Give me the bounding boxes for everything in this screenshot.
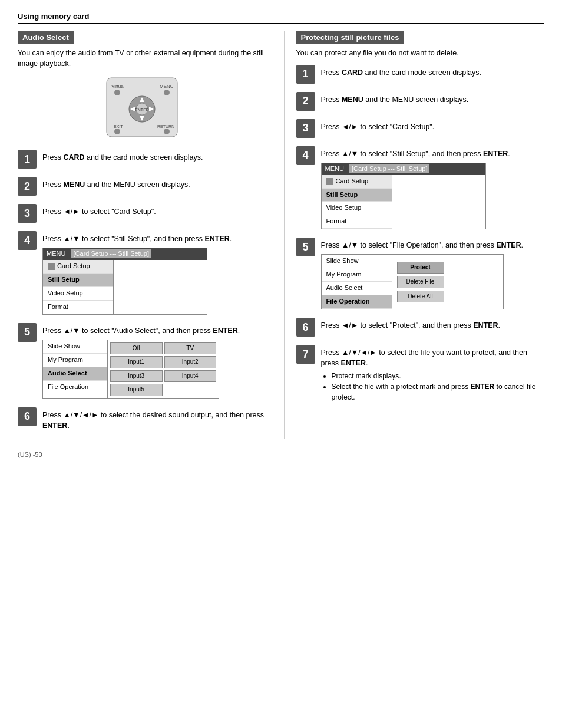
menu-item-card-setup: Card Setup: [43, 260, 113, 274]
menu-breadcrumb: [Card Setup --- Still Setup]: [71, 249, 151, 258]
delete-file-button: Delete File: [397, 276, 444, 288]
card-icon: [48, 263, 55, 270]
right-step-5: 5 Press ▲/▼ to select "File Operation", …: [296, 238, 545, 309]
bullet-protect-mark: Protect mark displays.: [332, 371, 545, 381]
left-column: Audio Select You can enjoy the audio fro…: [18, 31, 266, 439]
menu-item-audioselect: Audio Select: [322, 282, 392, 295]
menu-screenshot-4: MENU [Card Setup --- Still Setup] Card S…: [42, 248, 207, 315]
audio-select-intro: You can enjoy the audio from TV or other…: [18, 48, 266, 69]
step-content: Press CARD and the card mode screen disp…: [321, 65, 545, 78]
step-number: 2: [18, 177, 37, 196]
step-content: Press ◄/► to select "Card Setup".: [42, 204, 266, 217]
audio-option-input4: Input4: [164, 370, 217, 383]
audio-menu-right: Off TV Input1 Input2 Input3 Input4 Input…: [108, 340, 219, 398]
page-number: (US) -50: [18, 451, 42, 458]
bullet-cancel-protect: Select the file with a protect mark and …: [332, 381, 545, 403]
step-number: 1: [18, 150, 37, 169]
svg-point-3: [114, 90, 120, 95]
right-step-7: 7 Press ▲/▼/◄/► to select the file you w…: [296, 345, 545, 403]
protect-menu-right: Protect Delete File Delete All: [392, 255, 503, 309]
step-number: 5: [18, 323, 37, 342]
step-number: 7: [296, 345, 315, 364]
svg-point-15: [164, 129, 170, 134]
left-step-3: 3 Press ◄/► to select "Card Setup".: [18, 204, 266, 223]
menu-item-slideshow: Slide Show: [322, 255, 392, 268]
page-footer: (US) -50: [18, 451, 544, 458]
protect-menu-row: Slide Show My Program Audio Select File …: [322, 255, 503, 309]
card-icon: [326, 178, 333, 185]
audio-option-input3: Input3: [110, 370, 163, 383]
svg-text:MENU: MENU: [160, 84, 174, 89]
menu-item-video-setup: Video Setup: [322, 202, 392, 215]
svg-text:ENTER: ENTER: [135, 108, 149, 112]
menu-screenshot-5: Slide Show My Program Audio Select File …: [42, 340, 219, 399]
menu-item-myprogram: My Program: [322, 268, 392, 282]
menu-item-format: Format: [322, 215, 392, 229]
protecting-header: Protecting still picture files: [296, 31, 545, 48]
audio-option-input1: Input1: [110, 356, 163, 368]
two-column-layout: Audio Select You can enjoy the audio fro…: [18, 31, 544, 439]
step-number: 4: [296, 146, 315, 165]
step-content: Press CARD and the card mode screen disp…: [42, 150, 266, 163]
step-content: Press MENU and the MENU screen displays.: [42, 177, 266, 190]
step7-bullets: Protect mark displays. Select the file w…: [321, 371, 545, 403]
protecting-intro: You can protect any file you do not want…: [296, 48, 545, 59]
step-content: Press ▲/▼ to select "Still Setup", and t…: [321, 146, 545, 230]
step-number: 4: [18, 231, 37, 250]
svg-text:Virtual: Virtual: [111, 84, 125, 89]
menu-left-panel: Card Setup Still Setup Video Setup Forma…: [322, 175, 392, 229]
right-step-1: 1 Press CARD and the card mode screen di…: [296, 65, 545, 84]
right-menu-screenshot-5: Slide Show My Program Audio Select File …: [321, 254, 504, 309]
audio-select-header: Audio Select: [18, 31, 266, 48]
svg-point-4: [164, 90, 170, 95]
menu-breadcrumb: [Card Setup --- Still Setup]: [349, 164, 429, 173]
menu-row: Card Setup Still Setup Video Setup Forma…: [322, 175, 485, 229]
step-content: Press ◄/► to select "Protect", and then …: [321, 318, 545, 331]
menu-row: Card Setup Still Setup Video Setup Forma…: [43, 260, 207, 314]
step-number: 6: [18, 407, 37, 426]
menu-title-bar: MENU [Card Setup --- Still Setup]: [43, 248, 207, 260]
right-menu-screenshot-4: MENU [Card Setup --- Still Setup] Card S…: [321, 163, 486, 230]
right-step-2: 2 Press MENU and the MENU screen display…: [296, 92, 545, 111]
right-step-3: 3 Press ◄/► to select "Card Setup".: [296, 119, 545, 138]
menu-left-panel: Card Setup Still Setup Video Setup Forma…: [43, 260, 114, 314]
menu-right-panel: [392, 175, 485, 229]
page-header-title: Using memory card: [18, 12, 89, 21]
svg-text:EXIT: EXIT: [114, 124, 123, 129]
step-number: 3: [18, 204, 37, 223]
audio-option-input2: Input2: [164, 356, 217, 368]
menu-item-format: Format: [43, 301, 113, 314]
menu-item-slideshow: Slide Show: [43, 340, 107, 354]
step-content: Press ◄/► to select "Card Setup".: [321, 119, 545, 132]
menu-item-fileoperation: File Operation: [322, 295, 392, 309]
step-number: 3: [296, 119, 315, 138]
audio-option-input5: Input5: [110, 384, 163, 396]
menu-item-fileoperation: File Operation: [43, 381, 107, 394]
step-content: Press MENU and the MENU screen displays.: [321, 92, 545, 105]
protect-menu-left: Slide Show My Program Audio Select File …: [322, 255, 392, 309]
audio-menu-left: Slide Show My Program Audio Select File …: [43, 340, 108, 398]
remote-diagram: Virtual MENU ENTER EXIT: [18, 75, 266, 141]
menu-item-still-setup: Still Setup: [322, 189, 392, 202]
step-number: 6: [296, 318, 315, 337]
step-number: 2: [296, 92, 315, 111]
left-step-4: 4 Press ▲/▼ to select "Still Setup", and…: [18, 231, 266, 315]
step-content: Press ▲/▼/◄/► to select the desired soun…: [42, 407, 266, 431]
audio-menu-row: Slide Show My Program Audio Select File …: [43, 340, 219, 398]
menu-item-audioselect: Audio Select: [43, 367, 107, 381]
menu-item-still-setup: Still Setup: [43, 274, 113, 287]
left-step-1: 1 Press CARD and the card mode screen di…: [18, 150, 266, 169]
page-header: Using memory card: [18, 12, 544, 24]
step-content: Press ▲/▼ to select "Still Setup", and t…: [42, 231, 266, 315]
menu-item-video-setup: Video Setup: [43, 287, 113, 301]
step-content: Press ▲/▼ to select "Audio Select", and …: [42, 323, 266, 399]
right-step-6: 6 Press ◄/► to select "Protect", and the…: [296, 318, 545, 337]
right-column: Protecting still picture files You can p…: [284, 31, 545, 439]
audio-option-off: Off: [110, 342, 163, 355]
step-number: 1: [296, 65, 315, 84]
svg-text:RETURN: RETURN: [157, 124, 174, 129]
svg-point-13: [114, 129, 120, 134]
step-content: Press ▲/▼ to select "File Operation", an…: [321, 238, 545, 309]
delete-all-button: Delete All: [397, 291, 444, 303]
remote-svg: Virtual MENU ENTER EXIT: [95, 75, 189, 140]
